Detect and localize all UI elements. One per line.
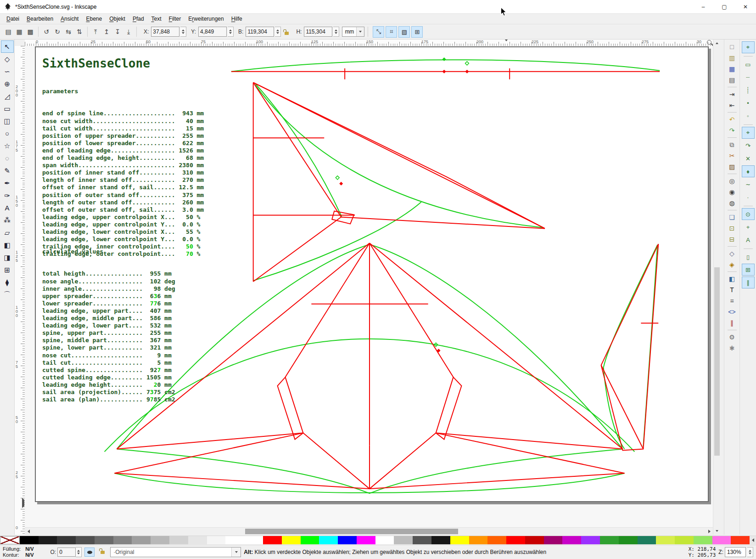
color-swatch[interactable] (301, 536, 319, 544)
tool-rectangle[interactable]: ▭ (1, 102, 14, 115)
color-swatch[interactable] (450, 536, 469, 544)
canvas[interactable]: SixthSenseClone parameters end of spine … (25, 46, 713, 527)
zoom-spinner[interactable] (747, 547, 753, 557)
open-document-button[interactable]: ▥ (726, 52, 738, 63)
close-button[interactable]: ✕ (735, 0, 756, 13)
import-image-button[interactable]: ⇥ (726, 89, 738, 100)
color-swatch[interactable] (525, 536, 544, 544)
palette-scroll-button[interactable] (750, 536, 756, 544)
color-swatch[interactable] (413, 536, 431, 544)
color-swatch[interactable] (638, 536, 656, 544)
snap-enable-button[interactable]: ⌖ (742, 41, 755, 53)
tool-select[interactable]: ↖ (1, 40, 14, 53)
menu-ebene[interactable]: Ebene (82, 15, 106, 23)
toggle-scale-stroke[interactable]: ⤡ (373, 26, 384, 38)
toggle-transform-gradients[interactable]: ▧ (398, 26, 410, 38)
tool-gradient[interactable]: ◨ (1, 251, 14, 264)
snap-bbox-edges-button[interactable]: ┈ (742, 71, 755, 83)
color-swatch[interactable] (169, 536, 188, 544)
vertical-scrollbar[interactable] (713, 40, 720, 535)
snap-rotation-centers-button[interactable]: + (742, 221, 755, 233)
snap-bbox-edge-midpoints-button[interactable]: • (742, 97, 755, 109)
color-swatch[interactable] (394, 536, 413, 544)
vertical-ruler[interactable]: 2 0 01 7 51 5 01 2 51 0 07 55 02 50 (15, 46, 25, 535)
menu-pfad[interactable]: Pfad (129, 15, 148, 23)
fill-value[interactable]: N/V (25, 546, 34, 552)
scroll-down-arrow[interactable] (713, 527, 721, 535)
tool-connector[interactable]: ⌒ (1, 288, 14, 301)
tool-spray[interactable]: ⁂ (1, 214, 14, 226)
fill-stroke-dialog-button[interactable]: ◧ (726, 273, 738, 284)
select-touch-button[interactable]: ◈ (726, 259, 738, 270)
color-swatch[interactable] (76, 536, 95, 544)
drawing-title[interactable]: SixthSenseClone (42, 56, 150, 70)
snap-object-centers-button[interactable]: ⊙ (742, 208, 755, 220)
preferences-button[interactable]: ✱ (726, 343, 738, 354)
color-swatch[interactable] (656, 536, 675, 544)
color-swatch[interactable] (600, 536, 619, 544)
color-swatch[interactable] (431, 536, 450, 544)
stroke-value[interactable]: N/V (25, 552, 34, 558)
menu-hilfe[interactable]: Hilfe (228, 15, 246, 23)
maximize-button[interactable]: ▢ (714, 0, 735, 13)
xml-editor-button[interactable]: <> (726, 306, 738, 317)
color-swatch[interactable] (562, 536, 581, 544)
snap-guides-button[interactable]: ∥ (742, 277, 755, 288)
create-clone-button[interactable]: ⊡ (726, 223, 738, 234)
select-all-layers-button[interactable]: ▦ (14, 26, 25, 37)
vertical-scroll-thumb[interactable] (714, 267, 720, 456)
color-swatch[interactable] (469, 536, 488, 544)
color-swatch[interactable] (694, 536, 712, 544)
raise-button[interactable]: ↥ (101, 26, 112, 37)
tool-tweak[interactable]: ∽ (1, 65, 14, 78)
raise-to-top-button[interactable]: ⤒ (90, 26, 101, 37)
tool-paint-bucket[interactable]: ◧ (1, 239, 14, 251)
paste-button[interactable]: ▨ (726, 161, 738, 172)
flip-horizontal-button[interactable]: ⇆ (63, 26, 74, 37)
tool-mesh-gradient[interactable]: ⊞ (1, 264, 14, 276)
tool-spiral[interactable]: ◌ (1, 152, 14, 164)
color-swatch[interactable] (375, 536, 394, 544)
snap-smooth-nodes-button[interactable]: ∼ (742, 178, 755, 190)
tool-measure[interactable]: ◿ (1, 90, 14, 102)
snap-page-border-button[interactable]: ▯ (742, 251, 755, 263)
color-swatch[interactable] (57, 536, 76, 544)
snap-bbox-button[interactable]: ▭ (742, 58, 755, 70)
menu-bearbeiten[interactable]: Bearbeiten (23, 15, 57, 23)
tool-text[interactable]: A (1, 202, 14, 214)
zoom-page-button[interactable]: ◍ (726, 198, 738, 209)
color-swatch[interactable] (544, 536, 563, 544)
tool-bezier-pen[interactable]: ✒ (1, 177, 14, 189)
tool-3d-box[interactable]: ◫ (1, 115, 14, 127)
x-field[interactable]: 37,848 (151, 27, 179, 37)
zoom-drawing-button[interactable]: ◉ (726, 186, 738, 198)
minimize-button[interactable]: – (693, 0, 714, 13)
snap-nodes-button[interactable]: ⌖ (742, 127, 755, 139)
color-swatch[interactable] (244, 536, 263, 544)
scroll-up-arrow[interactable] (713, 40, 721, 47)
opacity-field[interactable]: 0 (57, 548, 76, 557)
snap-text-baseline-button[interactable]: A (742, 234, 755, 246)
export-image-button[interactable]: ⇤ (726, 100, 738, 111)
color-swatch[interactable] (487, 536, 506, 544)
tool-zoom[interactable]: ⊕ (1, 78, 14, 90)
height-field[interactable]: 115,304 (304, 27, 332, 37)
flip-vertical-button[interactable]: ⇅ (74, 26, 85, 37)
zoom-field[interactable]: 130% (725, 547, 746, 557)
duplicate-button[interactable]: ❏ (726, 212, 738, 223)
lock-ratio-icon[interactable] (285, 32, 289, 35)
color-swatch[interactable] (113, 536, 132, 544)
color-swatch[interactable] (712, 536, 731, 544)
color-swatch[interactable] (20, 536, 39, 544)
scroll-left-arrow[interactable] (25, 528, 32, 535)
unlink-clone-button[interactable]: ⊟ (726, 234, 738, 245)
rotate-ccw-button[interactable]: ↺ (41, 26, 52, 37)
print-document-button[interactable]: ▤ (726, 74, 738, 85)
color-swatch[interactable] (675, 536, 694, 544)
y-field-spinner[interactable] (228, 27, 234, 37)
color-swatch[interactable] (282, 536, 301, 544)
lower-button[interactable]: ↧ (112, 26, 123, 37)
copy-button[interactable]: ⧉ (726, 139, 738, 150)
align-dialog-button[interactable]: ∥ (726, 317, 738, 328)
snap-bbox-centers-button[interactable]: ◦ (742, 110, 755, 122)
